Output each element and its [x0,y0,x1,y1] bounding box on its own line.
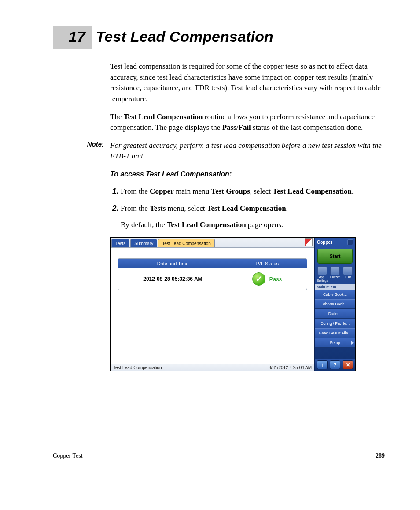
paragraph-2: The Test Lead Compensation routine allow… [110,112,385,133]
app-settings-button[interactable]: App. Settings [317,266,328,282]
page-footer: Copper Test 289 [53,452,385,459]
step-2: From the Tests menu, select Test Lead Co… [121,203,385,230]
flag-icon[interactable] [305,238,313,246]
help-button[interactable]: ? [330,360,340,369]
col-header-pf: P/F Status [228,259,307,268]
cell-status: ✓ Pass [228,272,307,286]
note: Note: For greatest accuracy, perform a t… [53,140,385,162]
check-icon: ✓ [252,272,265,286]
tab-bar: Tests Summary Test Lead Compensation [111,238,314,248]
side-toggle-icon[interactable] [347,239,353,245]
menu-setup[interactable]: Setup [315,338,355,348]
status-text: Pass [269,276,282,283]
menu-config-profile[interactable]: Config / Profile... [315,319,355,328]
chevron-right-icon [351,341,354,345]
paragraph-1: Test lead compensation is required for s… [110,61,385,105]
status-left: Test Lead Compensation [113,365,269,370]
buzzer-button[interactable]: Buzzer [330,266,340,282]
gear-icon [317,266,327,275]
menu-read-result-file[interactable]: Read Result File... [315,328,355,338]
col-header-datetime: Date and Time [118,259,228,268]
tab-summary[interactable]: Summary [130,239,157,247]
menu-dialer[interactable]: Dialer... [315,309,355,319]
chapter-title: Test Lead Compensation [96,28,273,45]
status-bar: Test Lead Compensation 8/31/2012 4:25:04… [111,364,314,371]
wave-icon [343,266,353,275]
info-button[interactable]: i [317,360,328,369]
side-title: Copper [317,240,332,245]
step-1: From the Copper main menu Test Groups, s… [121,186,385,197]
menu-cable-book[interactable]: Cable Book... [315,290,355,299]
side-panel: Copper Start App. Settings Buzzer TDR Ma… [314,238,355,371]
menu-header: Main Menu [315,284,355,290]
status-right: 8/31/2012 4:25:04 AM [269,365,312,370]
tab-tests[interactable]: Tests [111,239,129,247]
page-number: 289 [376,452,385,459]
menu-phone-book[interactable]: Phone Book... [315,299,355,309]
step-2-after: By default, the Test Lead Compensation p… [121,220,385,231]
note-body: For greatest accuracy, perform a test le… [110,140,385,162]
cell-datetime: 2012-08-28 05:32:36 AM [118,276,228,282]
speaker-icon [330,266,340,275]
tab-test-lead-compensation[interactable]: Test Lead Compensation [158,239,215,247]
close-button[interactable]: ✕ [343,360,353,369]
chapter-header: 17 Test Lead Compensation [53,26,385,49]
subheading: To access Test Lead Compensation: [110,169,385,179]
footer-left: Copper Test [53,452,83,459]
tdr-button[interactable]: TDR [343,266,353,282]
screenshot: Tests Summary Test Lead Compensation Dat… [110,237,356,371]
result-table: Date and Time P/F Status 2012-08-28 05:3… [118,258,307,290]
start-button[interactable]: Start [317,249,353,264]
chapter-number: 17 [53,26,92,49]
note-label: Note: [53,140,110,162]
